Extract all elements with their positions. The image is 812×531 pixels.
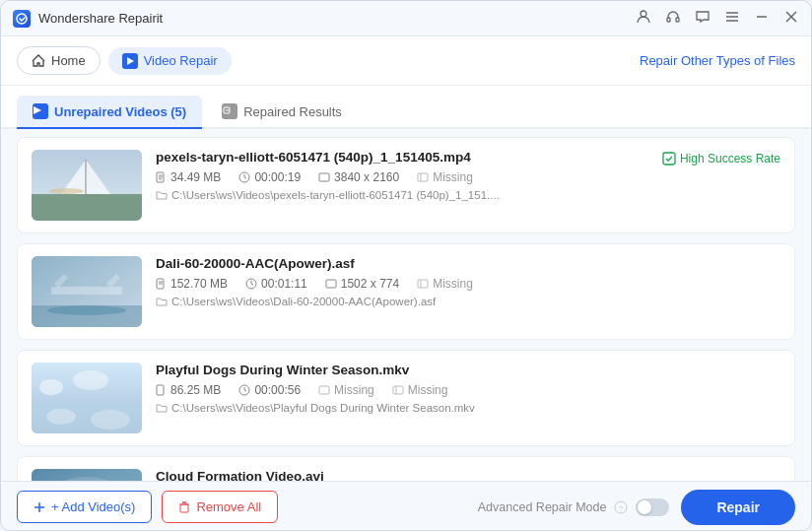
status-3: Missing xyxy=(392,383,448,397)
svg-line-40 xyxy=(251,284,253,285)
home-label: Home xyxy=(51,53,86,68)
video-thumbnail-1 xyxy=(32,150,142,221)
add-video-button[interactable]: + Add Video(s) xyxy=(17,491,152,523)
app-title: Wondershare Repairit xyxy=(38,11,163,26)
video-info-2: Dali-60-20000-AAC(Apower).asf 152.70 MB … xyxy=(156,256,780,307)
file-size-1: 34.49 MB xyxy=(156,170,221,184)
video-path-3: C:\Users\ws\Videos\Playful Dogs During W… xyxy=(156,402,780,414)
minimize-icon[interactable] xyxy=(754,9,770,28)
tab-unrepaired-label: Unrepaired Videos (5) xyxy=(54,104,186,119)
svg-point-44 xyxy=(39,379,63,395)
remove-all-button[interactable]: Remove All xyxy=(162,491,278,523)
video-repair-tab: Video Repair xyxy=(108,47,232,75)
svg-point-0 xyxy=(17,14,27,24)
video-name-3: Playful Dogs During Winter Season.mkv xyxy=(156,363,780,377)
unrepaired-tab-icon xyxy=(33,103,48,119)
svg-point-1 xyxy=(641,11,646,17)
list-item: Dali-60-20000-AAC(Apower).asf 152.70 MB … xyxy=(17,243,795,340)
video-thumbnail-2 xyxy=(32,256,142,327)
headset-icon[interactable] xyxy=(665,9,681,28)
video-thumbnail-3 xyxy=(32,363,142,433)
svg-rect-42 xyxy=(418,280,428,288)
menu-icon[interactable] xyxy=(724,9,740,28)
resolution-1: 3840 x 2160 xyxy=(318,170,399,184)
resolution-3: Missing xyxy=(318,383,374,397)
svg-rect-15 xyxy=(32,194,142,221)
status-2: Missing xyxy=(417,277,473,291)
video-meta-row-3: 86.25 MB 00:00:56 Missing Missing xyxy=(156,383,780,397)
footer-left: + Add Video(s) Remove All xyxy=(17,491,278,523)
duration-1: 00:00:19 xyxy=(238,170,301,184)
svg-rect-26 xyxy=(319,173,329,181)
add-video-label: + Add Video(s) xyxy=(51,499,135,514)
video-meta-row-1: 34.49 MB 00:00:19 3840 x 2160 Missing xyxy=(156,170,780,184)
person-icon[interactable] xyxy=(636,9,651,28)
video-path-1: C:\Users\ws\Videos\pexels-taryn-elliott-… xyxy=(156,189,780,201)
svg-rect-3 xyxy=(676,18,679,22)
repair-button[interactable]: Repair xyxy=(681,490,795,525)
svg-rect-28 xyxy=(663,153,675,165)
close-icon[interactable] xyxy=(783,9,799,28)
resolution-2: 1502 x 774 xyxy=(325,277,399,291)
svg-marker-10 xyxy=(127,57,134,65)
size-1: 34.49 MB xyxy=(170,170,221,184)
status-1: Missing xyxy=(417,170,473,184)
video-thumbnail-4 xyxy=(32,469,142,481)
tab-repaired[interactable]: Repaired Results xyxy=(206,96,358,127)
video-repair-label: Video Repair xyxy=(144,53,218,68)
svg-point-48 xyxy=(91,410,130,430)
success-rate-badge-1: High Success Rate xyxy=(662,152,780,166)
titlebar: Wondershare Repairit xyxy=(1,1,811,36)
home-button[interactable]: Home xyxy=(17,46,101,75)
video-list: pexels-taryn-elliott-6051471 (540p)_1_15… xyxy=(1,129,811,481)
advanced-mode-label: Advanced Repair Mode xyxy=(478,500,607,514)
svg-rect-68 xyxy=(180,504,188,512)
svg-point-45 xyxy=(73,370,108,390)
toolbar-left: Home Video Repair xyxy=(17,46,232,75)
advanced-repair-mode: Advanced Repair Mode ? xyxy=(478,498,670,516)
tabs-bar: Unrepaired Videos (5) Repaired Results xyxy=(1,86,811,129)
advanced-mode-toggle[interactable] xyxy=(636,498,669,516)
svg-point-47 xyxy=(46,409,76,425)
remove-all-label: Remove All xyxy=(196,499,261,514)
video-info-3: Playful Dogs During Winter Season.mkv 86… xyxy=(156,363,780,414)
file-size-3: 86.25 MB xyxy=(156,383,221,397)
svg-point-18 xyxy=(48,188,84,194)
svg-point-34 xyxy=(47,305,126,315)
tab-unrepaired[interactable]: Unrepaired Videos (5) xyxy=(17,96,202,129)
svg-marker-11 xyxy=(34,106,41,114)
svg-line-52 xyxy=(244,390,246,391)
stat-1: Missing xyxy=(433,170,473,184)
svg-rect-54 xyxy=(393,386,403,394)
duration-2: 00:01:11 xyxy=(245,277,307,291)
titlebar-left: Wondershare Repairit xyxy=(13,10,163,28)
list-item: pexels-taryn-elliott-6051471 (540p)_1_15… xyxy=(17,137,795,233)
chat-icon[interactable] xyxy=(695,9,710,28)
video-name-2: Dali-60-20000-AAC(Apower).asf xyxy=(156,256,780,271)
repaired-tab-icon xyxy=(222,103,237,119)
svg-rect-41 xyxy=(326,280,336,288)
svg-line-25 xyxy=(244,177,246,178)
video-meta-row-2: 152.70 MB 00:01:11 1502 x 774 Missing xyxy=(156,277,780,291)
svg-text:?: ? xyxy=(619,504,624,513)
toolbar: Home Video Repair Repair Other Types of … xyxy=(1,36,811,86)
repair-other-link[interactable]: Repair Other Types of Files xyxy=(640,53,795,68)
list-item: Cloud Formation Video.avi 13.01 MB 00:00… xyxy=(17,456,795,481)
footer-right: Advanced Repair Mode ? Repair xyxy=(478,490,795,525)
file-size-2: 152.70 MB xyxy=(156,277,228,291)
svg-rect-27 xyxy=(418,173,428,181)
svg-rect-49 xyxy=(157,385,164,395)
app-logo xyxy=(13,10,31,28)
list-item: Playful Dogs During Winter Season.mkv 86… xyxy=(17,350,795,446)
res-1: 3840 x 2160 xyxy=(334,170,399,184)
video-repair-icon xyxy=(122,53,138,69)
tab-repaired-label: Repaired Results xyxy=(243,104,342,119)
svg-rect-53 xyxy=(319,386,329,394)
titlebar-controls xyxy=(636,9,799,28)
duration-3: 00:00:56 xyxy=(238,383,301,397)
video-info-4: Cloud Formation Video.avi 13.01 MB 00:00… xyxy=(156,469,780,481)
toggle-knob xyxy=(638,500,651,514)
video-name-4: Cloud Formation Video.avi xyxy=(156,469,780,481)
svg-rect-2 xyxy=(667,18,670,22)
dur-1: 00:00:19 xyxy=(254,170,301,184)
